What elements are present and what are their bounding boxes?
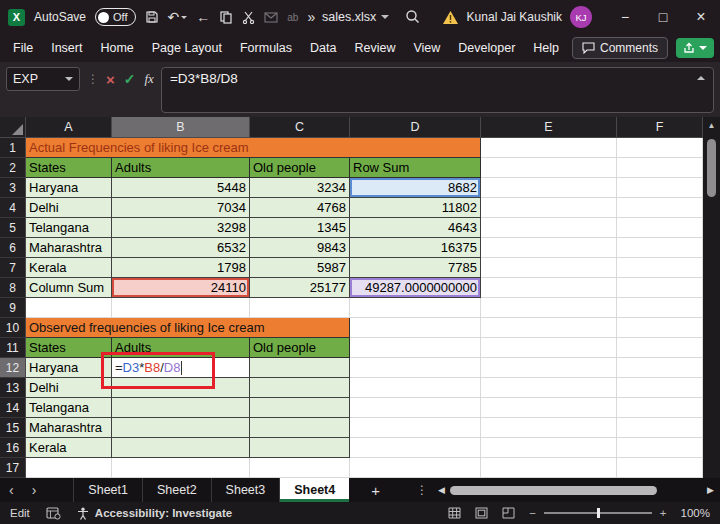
cell-A3[interactable]: Haryana (26, 178, 112, 198)
vertical-scrollbar[interactable]: ▲ (703, 117, 720, 478)
cell-A12[interactable]: Haryana (26, 358, 112, 378)
normal-view-icon[interactable] (448, 507, 461, 519)
cell-D5[interactable]: 4643 (350, 218, 481, 238)
cell-E13[interactable] (481, 378, 617, 398)
row-header-13[interactable]: 13 (0, 378, 26, 398)
cell-D11[interactable] (350, 338, 481, 358)
cell-E17[interactable] (481, 458, 617, 478)
cell-E4[interactable] (481, 198, 617, 218)
scroll-up-icon[interactable]: ▲ (703, 117, 720, 130)
zoom-in-icon[interactable]: + (660, 507, 667, 519)
cell-C5[interactable]: 1345 (250, 218, 350, 238)
cell-A9[interactable] (26, 298, 112, 318)
cell-C12[interactable] (250, 358, 350, 378)
column-header-D[interactable]: D (350, 117, 481, 138)
cell-C3[interactable]: 3234 (250, 178, 350, 198)
add-sheet-button[interactable]: + (371, 482, 380, 499)
tab-data[interactable]: Data (301, 34, 345, 62)
cell-E6[interactable] (481, 238, 617, 258)
cell-C11[interactable]: Old people (250, 338, 350, 358)
comments-button[interactable]: Comments (572, 37, 668, 59)
row-header-11[interactable]: 11 (0, 338, 26, 358)
horizontal-scrollbar[interactable]: ◀ ▶ (438, 478, 714, 502)
cell-F5[interactable] (617, 218, 703, 238)
horizontal-scroll-thumb[interactable] (450, 486, 657, 495)
search-icon[interactable] (405, 9, 420, 24)
cell-C4[interactable]: 4768 (250, 198, 350, 218)
cell-A5[interactable]: Telangana (26, 218, 112, 238)
sheet-tab-sheet3[interactable]: Sheet3 (212, 478, 281, 502)
cell-E1[interactable] (481, 138, 617, 158)
accessibility-status[interactable]: Accessibility: Investigate (77, 507, 232, 520)
tab-page-layout[interactable]: Page Layout (143, 34, 231, 62)
cell-E10[interactable] (481, 318, 617, 338)
row-header-6[interactable]: 6 (0, 238, 26, 258)
cell-A7[interactable]: Kerala (26, 258, 112, 278)
vertical-scroll-thumb[interactable] (707, 139, 716, 197)
cell-F3[interactable] (617, 178, 703, 198)
zoom-out-icon[interactable]: − (529, 507, 536, 519)
cell-B16[interactable] (112, 438, 250, 458)
cell-D13[interactable] (350, 378, 481, 398)
cell-B17[interactable] (112, 458, 250, 478)
column-header-F[interactable]: F (617, 117, 703, 138)
cell-F14[interactable] (617, 398, 703, 418)
prev-sheet-icon[interactable]: ‹ (0, 482, 23, 498)
column-header-C[interactable]: C (250, 117, 350, 138)
next-sheet-icon[interactable]: › (23, 482, 46, 498)
tab-formulas[interactable]: Formulas (231, 34, 301, 62)
select-all-corner[interactable] (0, 117, 26, 138)
cell-D17[interactable] (350, 458, 481, 478)
zoom-slider[interactable] (544, 512, 652, 514)
cell-A10[interactable]: Observed frequencies of liking Ice cream (26, 318, 350, 338)
cell-E7[interactable] (481, 258, 617, 278)
cell-B6[interactable]: 6532 (112, 238, 250, 258)
scroll-left-icon[interactable]: ◀ (438, 485, 445, 495)
cell-B2[interactable]: Adults (112, 158, 250, 178)
autosave-toggle[interactable]: Off (95, 8, 135, 26)
row-header-3[interactable]: 3 (0, 178, 26, 198)
cell-C15[interactable] (250, 418, 350, 438)
tab-insert[interactable]: Insert (42, 34, 91, 62)
row-header-15[interactable]: 15 (0, 418, 26, 438)
save-icon[interactable] (145, 10, 159, 24)
formula-input[interactable]: =D3*B8/D8 (161, 67, 714, 113)
qat-overflow-icon[interactable]: » (307, 9, 315, 25)
cell-A14[interactable]: Telangana (26, 398, 112, 418)
cut-icon[interactable] (242, 11, 255, 24)
cell-D8[interactable]: 49287.0000000000 (350, 278, 481, 298)
tab-home[interactable]: Home (91, 34, 142, 62)
cell-C14[interactable] (250, 398, 350, 418)
user-name[interactable]: Kunal Jai Kaushik (467, 10, 562, 24)
cell-C2[interactable]: Old people (250, 158, 350, 178)
row-header-16[interactable]: 16 (0, 438, 26, 458)
cell-E8[interactable] (481, 278, 617, 298)
page-break-view-icon[interactable] (502, 507, 515, 519)
cell-E12[interactable] (481, 358, 617, 378)
cell-B15[interactable] (112, 418, 250, 438)
column-header-E[interactable]: E (481, 117, 617, 138)
cell-E14[interactable] (481, 398, 617, 418)
cell-B11[interactable]: Adults (112, 338, 250, 358)
cell-F4[interactable] (617, 198, 703, 218)
row-header-5[interactable]: 5 (0, 218, 26, 238)
scroll-right-icon[interactable]: ▶ (707, 485, 714, 495)
cell-B14[interactable] (112, 398, 250, 418)
cell-F17[interactable] (617, 458, 703, 478)
cell-E5[interactable] (481, 218, 617, 238)
cell-F13[interactable] (617, 378, 703, 398)
row-header-17[interactable]: 17 (0, 458, 26, 478)
cell-C8[interactable]: 25177 (250, 278, 350, 298)
cell-B12[interactable]: =D3*B8/D8 (112, 358, 250, 378)
share-button[interactable] (676, 38, 714, 58)
tab-file[interactable]: File (4, 34, 42, 62)
row-header-14[interactable]: 14 (0, 398, 26, 418)
cancel-icon[interactable]: × (106, 71, 115, 88)
cell-F12[interactable] (617, 358, 703, 378)
cell-E16[interactable] (481, 438, 617, 458)
cell-B5[interactable]: 3298 (112, 218, 250, 238)
cell-F8[interactable] (617, 278, 703, 298)
repeat-typing-icon[interactable]: ab (287, 12, 298, 23)
cell-A16[interactable]: Kerala (26, 438, 112, 458)
horizontal-scroll-track[interactable] (450, 478, 702, 502)
